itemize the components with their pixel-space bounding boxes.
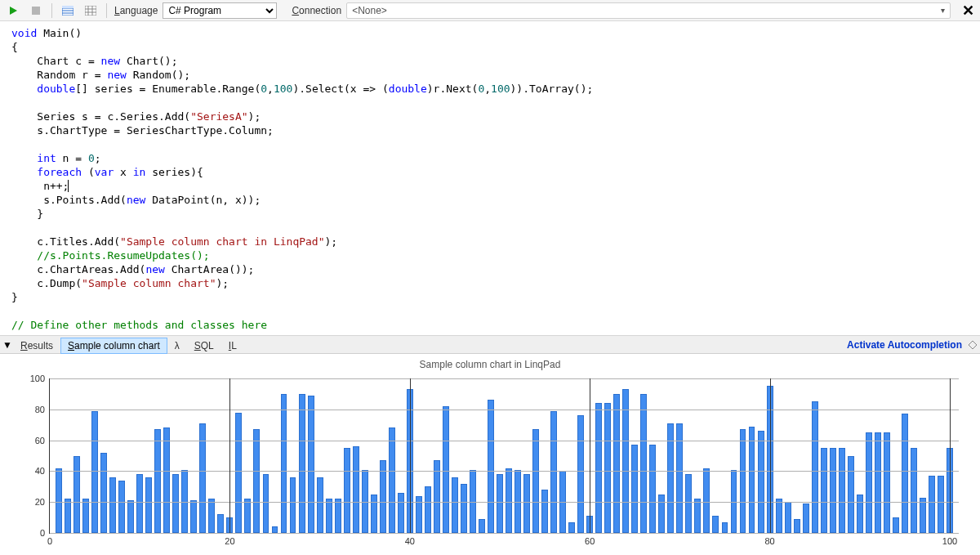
connection-value: <None> <box>352 5 387 16</box>
chart-bar <box>622 389 629 533</box>
toolbar-separator <box>106 3 107 18</box>
chart-bar <box>253 429 260 533</box>
chart-bar <box>740 429 746 533</box>
chart-bar <box>244 499 251 533</box>
connection-label: Connection <box>290 5 343 16</box>
collapse-results-button[interactable]: ▼ <box>2 339 13 351</box>
grid-cells-icon <box>85 6 96 16</box>
chart-bar <box>613 394 620 533</box>
x-tick-label: 40 <box>405 533 415 546</box>
chart-bar <box>317 477 323 533</box>
results-tab[interactable]: SQL <box>187 338 221 354</box>
run-button[interactable] <box>3 2 23 20</box>
chart-bar <box>488 400 494 533</box>
x-tick-label: 100 <box>942 533 957 546</box>
chart-bar <box>299 394 305 533</box>
chart-bar <box>776 499 782 533</box>
chevron-down-icon: ▾ <box>941 6 945 15</box>
chart-bar <box>640 394 647 533</box>
chart-bar <box>479 519 485 533</box>
results-tab[interactable]: IL <box>221 338 244 354</box>
chart-bar <box>56 468 62 533</box>
connection-select[interactable]: <None> ▾ <box>346 2 951 19</box>
y-tick-label: 60 <box>35 436 50 445</box>
chart-bar <box>911 448 917 533</box>
chart-bar <box>506 468 512 533</box>
stop-button[interactable] <box>26 2 46 20</box>
toolbar: Language C# Program Connection <None> ▾ … <box>0 0 980 21</box>
results-grid-button[interactable] <box>58 2 78 20</box>
chart-bar <box>452 477 458 533</box>
chart-plot-area: 020406080100020406080100 <box>49 378 959 534</box>
x-tick-label: 80 <box>764 533 774 546</box>
activate-autocompletion-link[interactable]: Activate Autocompletion <box>847 339 965 351</box>
chart-bar <box>523 474 530 533</box>
results-tab[interactable]: Results <box>13 338 60 354</box>
y-tick-label: 20 <box>35 497 50 507</box>
chart-title: Sample column chart in LinqPad <box>0 354 980 372</box>
y-tick-label: 40 <box>35 466 50 476</box>
chart-bar <box>344 448 350 533</box>
chart-bar <box>938 476 944 533</box>
chart-bar <box>722 522 728 533</box>
chart-bar <box>263 474 270 533</box>
chart-bar <box>758 431 764 533</box>
chart-bar <box>794 519 800 533</box>
chart-bar <box>749 427 755 533</box>
chart-bar <box>217 514 224 533</box>
language-select[interactable]: C# Program <box>163 2 277 19</box>
results-tab[interactable]: Sample column chart <box>60 338 167 354</box>
chart-bar <box>649 445 656 533</box>
toolbar-separator <box>51 3 52 18</box>
chart-bar <box>685 474 692 533</box>
chart-bar <box>109 477 116 533</box>
chart-bar <box>281 394 287 533</box>
chart-bar <box>812 401 818 533</box>
chart-bar <box>208 499 215 533</box>
chart-bar <box>631 445 638 533</box>
results-tabs: ▼ ResultsSample column chartλSQLIL Activ… <box>0 336 980 354</box>
chart-bar <box>326 499 332 533</box>
chart-bar <box>118 481 125 533</box>
chart-bar <box>541 490 548 533</box>
results-datagrid-button[interactable] <box>81 2 100 20</box>
chart-bar <box>497 474 503 533</box>
chart-bar <box>154 429 161 533</box>
chart-bar <box>866 432 872 533</box>
chart-bar <box>398 493 404 533</box>
chart-bar <box>371 495 377 533</box>
chart-bar <box>577 415 584 533</box>
chart-bar <box>65 499 71 533</box>
chart-bar <box>353 446 359 533</box>
svg-rect-1 <box>32 7 40 15</box>
code-editor[interactable]: void Main(){ Chart c = new Chart(); Rand… <box>0 21 980 336</box>
chart-bar <box>803 504 809 533</box>
chart-bar <box>595 403 602 533</box>
chart-bar <box>830 448 836 533</box>
svg-rect-6 <box>62 6 74 8</box>
x-tick-label: 60 <box>585 533 595 546</box>
chart-bar <box>443 406 449 533</box>
chart-bar <box>425 486 431 533</box>
chart-bar <box>389 427 395 533</box>
chart-bar <box>335 499 341 533</box>
chart-bar <box>875 432 881 533</box>
svg-marker-0 <box>10 7 17 15</box>
overflow-icon[interactable] <box>965 338 980 352</box>
chart-bar <box>658 495 665 533</box>
chart-bar <box>712 516 719 533</box>
chart-bar <box>100 453 107 533</box>
chart-bar <box>172 474 179 533</box>
chart-bar <box>884 432 890 533</box>
chart-bar <box>893 517 899 533</box>
results-panel: Sample column chart in LinqPad 020406080… <box>0 354 980 555</box>
chart-bar <box>74 456 80 534</box>
chart-bar <box>532 429 539 533</box>
chart-bar <box>703 468 710 533</box>
chart-bar <box>839 448 845 533</box>
chart-bar <box>848 456 854 534</box>
chart-bar <box>82 499 89 533</box>
close-button[interactable]: ✕ <box>959 2 977 20</box>
results-tab[interactable]: λ <box>167 338 187 354</box>
chart-bar <box>785 502 791 533</box>
